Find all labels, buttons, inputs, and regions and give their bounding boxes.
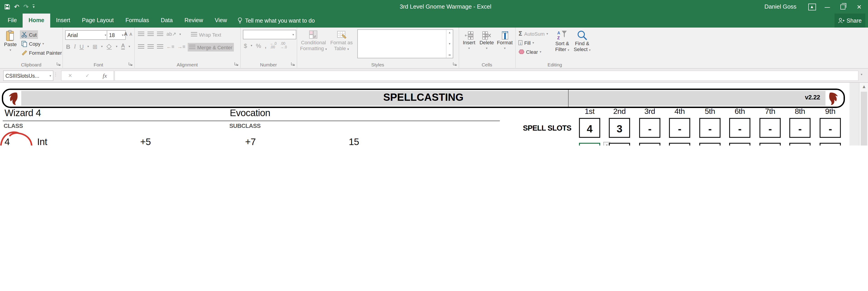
- clear-button[interactable]: Clear ▾: [517, 47, 543, 56]
- merge-center-button[interactable]: Merge & Center: [188, 43, 234, 52]
- confirm-entry-icon[interactable]: ✓: [86, 73, 90, 78]
- conditional-dropdown-icon[interactable]: ▾: [325, 47, 327, 51]
- autosum-dropdown-icon[interactable]: ▾: [547, 32, 548, 35]
- delete-dropdown-icon[interactable]: ▾: [486, 46, 487, 52]
- sort-dropdown-icon[interactable]: ▾: [568, 48, 569, 52]
- tab-file[interactable]: File: [2, 13, 23, 28]
- class-value[interactable]: Wizard 4: [4, 107, 41, 119]
- ribbon-display-options-button[interactable]: ▲: [804, 0, 819, 13]
- font-color-icon[interactable]: A: [121, 43, 125, 50]
- tab-insert[interactable]: Insert: [50, 13, 76, 28]
- spell-slot-cell[interactable]: -: [699, 118, 720, 138]
- align-bottom-icon[interactable]: [157, 32, 163, 37]
- spell-slot-cell[interactable]: -: [789, 118, 811, 138]
- slot-used-cell[interactable]: [819, 143, 841, 146]
- format-as-table-button[interactable]: Format as Table ▾: [329, 30, 354, 53]
- slot-used-cell-selected[interactable]: [579, 143, 600, 146]
- clear-dropdown-icon[interactable]: ▾: [540, 50, 541, 54]
- redo-icon[interactable]: ↷: [23, 3, 29, 10]
- underline-dropdown-icon[interactable]: ▾: [87, 45, 89, 48]
- level-value[interactable]: 4: [4, 136, 10, 146]
- gallery-up-icon[interactable]: ▴: [449, 31, 450, 34]
- slot-used-cell[interactable]: [609, 143, 630, 146]
- alignment-dialog-launcher-icon[interactable]: [234, 62, 239, 66]
- number-format-dropdown-icon[interactable]: ▾: [292, 33, 294, 36]
- paste-dropdown-icon[interactable]: ▾: [9, 47, 11, 53]
- shrink-font-icon[interactable]: A: [129, 32, 132, 37]
- share-button[interactable]: Share: [834, 13, 865, 28]
- bold-icon[interactable]: B: [66, 43, 70, 50]
- slot-used-cell[interactable]: [760, 143, 781, 146]
- slot-used-cell[interactable]: [699, 143, 720, 146]
- fill-dropdown-icon[interactable]: ▾: [532, 41, 534, 44]
- tab-data[interactable]: Data: [155, 13, 179, 28]
- tab-review[interactable]: Review: [179, 13, 209, 28]
- align-middle-icon[interactable]: [148, 32, 154, 37]
- name-box[interactable]: CSIIISlotsUs... ▾: [3, 70, 53, 81]
- scrollbar-thumb[interactable]: [861, 92, 867, 146]
- spell-slot-cell[interactable]: -: [760, 118, 781, 138]
- paste-button[interactable]: Paste ▾: [3, 30, 18, 53]
- format-dropdown-icon[interactable]: ▾: [504, 46, 505, 52]
- align-right-icon[interactable]: [157, 44, 163, 49]
- format-cells-button[interactable]: Format ▾: [496, 31, 514, 52]
- wrap-text-button[interactable]: Wrap Text: [189, 30, 222, 39]
- delete-cells-button[interactable]: Delete ▾: [478, 31, 496, 52]
- conditional-formatting-button[interactable]: ≠ Conditional Formatting ▾: [300, 30, 328, 53]
- tab-home[interactable]: Home: [23, 13, 50, 28]
- styles-dialog-launcher-icon[interactable]: [453, 62, 457, 66]
- insert-dropdown-icon[interactable]: ▾: [468, 46, 470, 52]
- borders-dropdown-icon[interactable]: ▾: [101, 45, 103, 48]
- clipboard-dialog-launcher-icon[interactable]: [57, 62, 61, 66]
- spell-slot-cell[interactable]: 3: [609, 118, 630, 138]
- scrollbar-up-icon[interactable]: ▲: [859, 83, 868, 91]
- font-size-dropdown-icon[interactable]: ▾: [122, 33, 123, 37]
- spell-slot-cell[interactable]: -: [669, 118, 690, 138]
- find-dropdown-icon[interactable]: ▾: [589, 48, 590, 52]
- restore-button[interactable]: [835, 0, 850, 13]
- number-format-combo[interactable]: ▾: [243, 30, 296, 39]
- orientation-icon[interactable]: ab↗: [166, 31, 176, 37]
- slot-used-cell[interactable]: [729, 143, 750, 146]
- attack-modifier-value[interactable]: +7: [245, 136, 256, 146]
- increase-indent-icon[interactable]: →≡: [178, 44, 185, 49]
- slot-used-cell[interactable]: [789, 143, 811, 146]
- formula-input[interactable]: [115, 70, 859, 81]
- slot-used-cell[interactable]: [639, 143, 660, 146]
- insert-function-icon[interactable]: fx: [103, 72, 107, 79]
- sort-filter-button[interactable]: AZ Sort & Filter ▾: [552, 30, 572, 53]
- spell-slot-cell[interactable]: 4: [579, 118, 600, 138]
- tab-page-layout[interactable]: Page Layout: [76, 13, 119, 28]
- font-name-dropdown-icon[interactable]: ▾: [105, 33, 106, 37]
- fill-color-icon[interactable]: [106, 43, 112, 50]
- slot-used-cell[interactable]: [669, 143, 690, 146]
- font-color-dropdown-icon[interactable]: ▾: [129, 45, 130, 48]
- decrease-indent-icon[interactable]: ←≡: [166, 44, 174, 49]
- align-top-icon[interactable]: [138, 32, 144, 37]
- tell-me-box[interactable]: Tell me what you want to do: [233, 13, 319, 28]
- percent-style-icon[interactable]: %: [256, 42, 261, 49]
- spell-slot-cell[interactable]: -: [639, 118, 660, 138]
- find-select-button[interactable]: Find & Select ▾: [572, 30, 592, 53]
- fill-button[interactable]: ↓ Fill ▾: [517, 38, 535, 47]
- close-button[interactable]: ✕: [850, 0, 868, 13]
- autosum-button[interactable]: Σ AutoSum ▾: [517, 29, 549, 38]
- italic-icon[interactable]: I: [74, 43, 76, 50]
- insert-cells-button[interactable]: Insert ▾: [461, 31, 478, 52]
- cancel-entry-icon[interactable]: ✕: [68, 73, 72, 78]
- copy-dropdown-icon[interactable]: ▾: [42, 42, 44, 45]
- subclass-value[interactable]: Evocation: [230, 107, 270, 119]
- customize-qat-icon[interactable]: ▾: [33, 4, 35, 9]
- underline-icon[interactable]: U: [80, 43, 84, 50]
- orientation-dropdown-icon[interactable]: ▾: [179, 32, 181, 36]
- copy-button[interactable]: Copy ▾: [20, 39, 45, 48]
- fill-color-dropdown-icon[interactable]: ▾: [116, 45, 117, 48]
- align-center-icon[interactable]: [148, 44, 154, 49]
- minimize-button[interactable]: —: [819, 0, 835, 13]
- grow-font-icon[interactable]: A: [124, 31, 128, 37]
- tab-view[interactable]: View: [209, 13, 233, 28]
- spell-slot-cell[interactable]: -: [729, 118, 750, 138]
- spell-slot-cell[interactable]: -: [819, 118, 841, 138]
- font-size-combo[interactable]: 18▾: [107, 30, 126, 40]
- tab-formulas[interactable]: Formulas: [120, 13, 155, 28]
